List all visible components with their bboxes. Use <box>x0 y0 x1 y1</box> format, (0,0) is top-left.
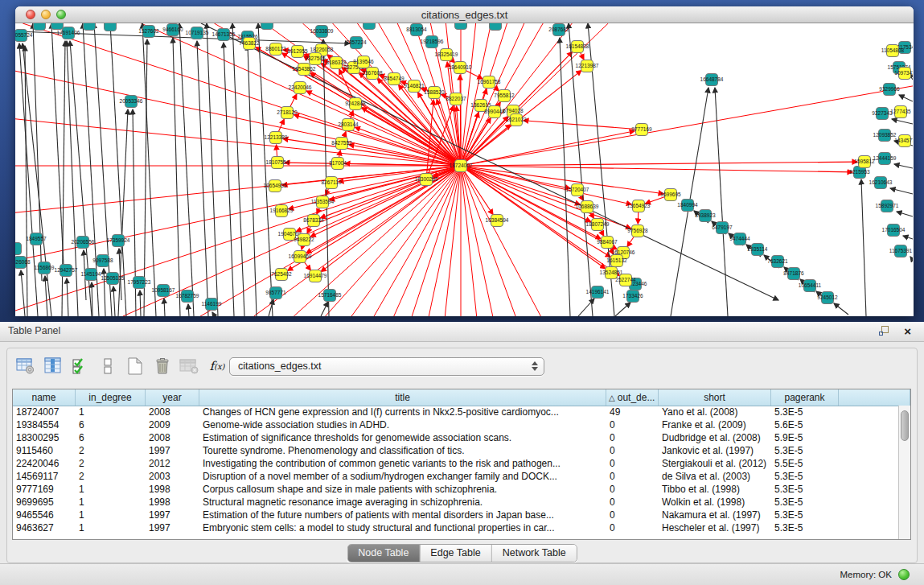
column-header-in_degree[interactable]: in_degree <box>76 389 146 406</box>
graph-node[interactable] <box>15 243 22 255</box>
memory-ok-indicator[interactable] <box>898 569 910 580</box>
table-cell: 1 <box>76 406 146 418</box>
column-header-name[interactable]: name <box>13 389 76 406</box>
table-cell: 0 <box>606 444 659 457</box>
network-table-selector-value: citations_edges.txt <box>238 360 322 372</box>
table-scrollbar[interactable] <box>898 406 910 539</box>
graph-edge <box>212 312 215 316</box>
table-row[interactable]: 977716911998Corpus callosum shape and si… <box>13 483 898 496</box>
table-panel-title: Table Panel <box>8 325 60 336</box>
graph-node[interactable] <box>363 23 376 30</box>
graph-node-label: 9329966 <box>879 86 900 92</box>
table-cell: 1 <box>76 496 146 509</box>
graph-node-label: 16154838 <box>566 43 589 49</box>
graph-node-label: 1733426 <box>622 293 643 299</box>
table-cell: 0 <box>606 457 659 470</box>
column-header-title[interactable]: title <box>199 389 606 406</box>
graph-node-label: 1097343 <box>894 70 913 76</box>
table-row[interactable]: 1872400712008Changes of HCN gene express… <box>13 406 898 418</box>
show-columns-icon[interactable] <box>42 356 64 377</box>
graph-node-label: 16914479 <box>304 273 327 278</box>
table-cell: Embryonic stem cells: a model to study s… <box>199 521 606 534</box>
table-cell: 5.3E-5 <box>771 509 839 521</box>
table-cell: Estimation of the future numbers of pati… <box>199 509 606 521</box>
float-panel-icon[interactable] <box>878 325 890 340</box>
table-cell: 9465546 <box>13 509 76 521</box>
delete-table-icon[interactable] <box>179 356 201 377</box>
graph-edge <box>188 304 189 316</box>
table-cell: 9463627 <box>13 521 76 534</box>
graph-edge <box>894 164 913 168</box>
graph-node[interactable] <box>51 23 64 30</box>
tab-network-table[interactable]: Network Table <box>491 545 577 562</box>
network-window[interactable]: citations_edges.txt 14055724176914061527… <box>15 6 914 316</box>
column-header-out_de[interactable]: △out_de... <box>606 389 659 406</box>
graph-node[interactable] <box>84 23 96 31</box>
graph-node-label: 9242848 <box>345 101 366 106</box>
graph-node-label: 817004 <box>329 160 347 166</box>
network-graph[interactable]: 1405572417691406152760294661601071913514… <box>15 23 913 316</box>
table-row[interactable]: 1830029562008Estimation of significance … <box>13 431 898 444</box>
network-table-selector[interactable]: citations_edges.txt <box>229 357 544 376</box>
graph-node-label: 17957223 <box>128 279 151 285</box>
graph-node-label: 18107554 <box>266 159 290 165</box>
graph-node[interactable] <box>490 23 502 31</box>
graph-node-label: 9466160 <box>162 27 183 32</box>
table-cell: Yano et al. (2008) <box>659 406 771 418</box>
toggle-rows-icon[interactable] <box>97 356 119 377</box>
network-canvas[interactable]: 1405572417691406152760294661601071913514… <box>15 23 913 316</box>
graph-edge <box>224 43 234 316</box>
graph-node-label: 12942757 <box>55 267 78 273</box>
graph-node-label: 19218596 <box>421 39 444 44</box>
table-row[interactable]: 1456911722003Disruption of a novel membe… <box>13 470 898 483</box>
trash-icon[interactable] <box>151 356 174 377</box>
table-row[interactable]: 1938455462009Genome-wide association stu… <box>13 418 898 431</box>
table-cell: 9115460 <box>13 444 76 457</box>
graph-node[interactable] <box>34 23 46 31</box>
graph-node-label: 9884067 <box>597 239 618 245</box>
row-selection-icon[interactable] <box>69 356 92 377</box>
table-row[interactable]: 946362711997Embryonic stem cells: a mode… <box>13 521 898 534</box>
graph-node-label: 9857771 <box>265 290 286 295</box>
table-row[interactable]: 969969511998Structural magnetic resonanc… <box>13 496 898 509</box>
table-cell: 5.3E-5 <box>771 444 839 457</box>
graph-node-label: 12213389 <box>265 134 288 140</box>
table-type-tabs: Node Table Edge Table Network Table <box>347 544 577 562</box>
column-header-pagerank[interactable]: pagerank <box>771 389 839 406</box>
table-cell: 5.3E-5 <box>771 470 839 483</box>
table-row[interactable]: 946554611997Estimation of the future num… <box>13 509 898 521</box>
close-panel-icon[interactable]: × <box>904 325 911 337</box>
graph-node[interactable] <box>261 23 273 30</box>
graph-node-label: 14196141 <box>586 289 610 295</box>
tab-edge-table[interactable]: Edge Table <box>419 545 491 562</box>
table-cell: Structural magnetic resonance image aver… <box>199 496 606 509</box>
graph-node-label: 8912955 <box>287 48 308 54</box>
table-cell: 1997 <box>146 444 199 457</box>
function-builder-icon[interactable]: f(x) <box>206 356 228 377</box>
table-row[interactable]: 911546021997Tourette syndrome. Phenomeno… <box>13 444 898 457</box>
graph-edge <box>834 303 848 315</box>
graph-node-label: 9498222 <box>294 237 314 242</box>
table-cell: 49 <box>606 406 659 418</box>
table-options-icon[interactable] <box>14 356 37 377</box>
graph-node[interactable] <box>455 23 467 30</box>
table-scrollbar-thumb[interactable] <box>901 410 909 441</box>
table-panel: Table Panel × f(x) citations_edges. <box>0 322 924 585</box>
table-cell: 5.6E-5 <box>771 418 839 431</box>
graph-node-label: 10958167 <box>152 287 175 293</box>
node-table[interactable]: namein_degreeyeartitle△out_de...shortpag… <box>12 389 911 540</box>
new-table-icon[interactable] <box>124 356 146 377</box>
graph-node[interactable] <box>105 23 117 31</box>
table-row[interactable]: 2242004622012Investigating the contribut… <box>13 457 898 470</box>
graph-node-label: 10654935 <box>264 183 287 188</box>
graph-node-label: 1849557 <box>26 236 47 241</box>
window-titlebar[interactable]: citations_edges.txt <box>15 6 914 23</box>
tab-node-table[interactable]: Node Table <box>347 545 419 562</box>
graph-node-label: 22420046 <box>289 84 312 90</box>
column-header-year[interactable]: year <box>146 389 199 406</box>
table-header-row: namein_degreeyeartitle△out_de...shortpag… <box>13 389 910 406</box>
table-cell: 1997 <box>146 509 199 521</box>
graph-node-label: 7955812 <box>494 93 515 98</box>
graph-edge <box>123 166 461 316</box>
column-header-short[interactable]: short <box>659 389 771 406</box>
